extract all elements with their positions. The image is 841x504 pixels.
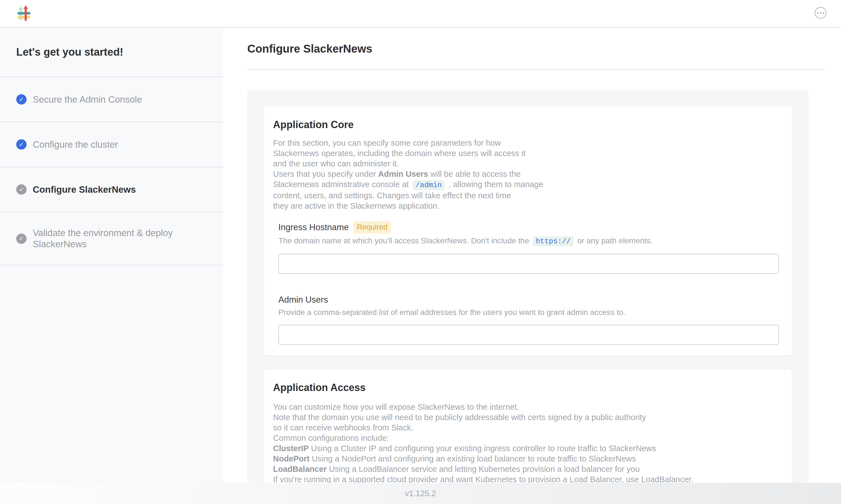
field-label: Ingress Hostname xyxy=(279,222,349,233)
application-access-card: Application Access You can customize how… xyxy=(264,370,792,483)
required-badge: Required xyxy=(353,221,391,234)
version-label: v1.125.2 xyxy=(405,489,436,498)
check-icon: ✓ xyxy=(16,234,26,244)
field-help: Provide a comma-separated list of email … xyxy=(279,307,779,318)
step-label: Secure the Admin Console xyxy=(33,94,142,105)
admin-users-field: Admin Users Provide a comma-separated li… xyxy=(279,294,779,345)
main-content: Configure SlackerNews Application Core F… xyxy=(223,28,841,483)
field-label: Admin Users xyxy=(279,294,328,305)
admin-users-input[interactable] xyxy=(279,325,779,345)
page-title: Configure SlackerNews xyxy=(247,42,841,55)
sidebar-step-validate-deploy[interactable]: ✓ Validate the environment & deploy Slac… xyxy=(0,212,223,266)
step-label: Configure the cluster xyxy=(33,139,118,150)
sidebar-step-configure-cluster[interactable]: ✓ Configure the cluster xyxy=(0,122,223,167)
check-icon: ✓ xyxy=(16,139,26,150)
top-header xyxy=(0,0,841,28)
sidebar-title: Let's get you started! xyxy=(0,28,223,77)
slackernews-logo xyxy=(16,5,33,22)
application-core-card: Application Core For this section, you c… xyxy=(264,107,792,356)
section-heading: Application Core xyxy=(273,119,779,131)
more-options-button[interactable] xyxy=(815,7,826,19)
version-footer: v1.125.2 xyxy=(0,483,841,504)
ellipsis-icon xyxy=(817,12,819,14)
ingress-hostname-input[interactable] xyxy=(279,254,779,274)
ellipsis-icon xyxy=(820,12,821,14)
title-divider xyxy=(247,69,824,70)
step-label: Configure SlackerNews xyxy=(33,184,136,195)
setup-sidebar: Let's get you started! ✓ Secure the Admi… xyxy=(0,28,223,483)
section-heading: Application Access xyxy=(273,382,779,394)
ellipsis-icon xyxy=(823,12,824,14)
field-help: The domain name at which you'll access S… xyxy=(279,236,779,247)
section-description: For this section, you can specify some c… xyxy=(273,138,779,211)
sidebar-step-configure-slackernews[interactable]: ✓ Configure SlackerNews xyxy=(0,167,223,212)
step-label: Validate the environment & deploy Slacke… xyxy=(33,228,207,250)
sidebar-step-secure-admin-console[interactable]: ✓ Secure the Admin Console xyxy=(0,77,223,122)
check-icon: ✓ xyxy=(16,94,26,105)
config-panel: Application Core For this section, you c… xyxy=(247,90,808,483)
ingress-hostname-field: Ingress Hostname Required The domain nam… xyxy=(279,221,779,274)
section-description: You can customize how you will expose Sl… xyxy=(273,402,779,483)
check-icon: ✓ xyxy=(16,184,26,195)
